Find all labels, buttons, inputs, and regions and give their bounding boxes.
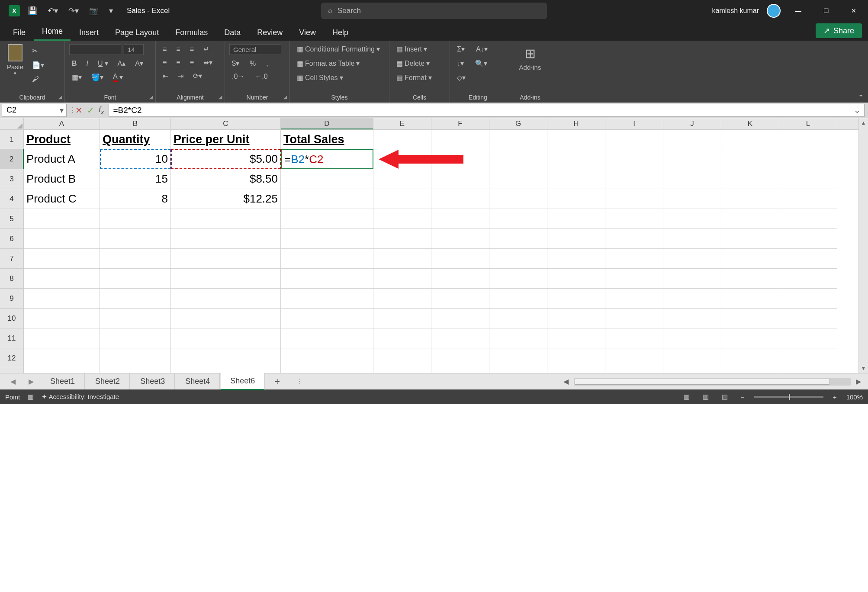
copy-button[interactable]: 📄▾ <box>29 60 47 70</box>
zoom-in-button[interactable]: + <box>829 393 840 402</box>
cell[interactable] <box>779 189 837 209</box>
zoom-slider[interactable] <box>754 396 823 398</box>
underline-button[interactable]: U▾ <box>95 58 111 68</box>
collapse-ribbon-icon[interactable]: ⌄ <box>858 90 864 98</box>
active-cell-D2[interactable]: =B2*C2 <box>281 149 373 169</box>
col-header-H[interactable]: H <box>547 118 605 129</box>
add-sheet-button[interactable]: + <box>266 376 289 387</box>
cell[interactable] <box>373 348 431 368</box>
cell[interactable] <box>24 309 100 328</box>
cell[interactable] <box>373 368 431 373</box>
tab-help[interactable]: Help <box>325 24 356 41</box>
cell[interactable] <box>281 249 373 269</box>
cell[interactable] <box>373 189 431 209</box>
cell[interactable] <box>431 368 489 373</box>
cell[interactable] <box>100 328 171 348</box>
cell[interactable] <box>605 289 663 309</box>
cell[interactable] <box>24 289 100 309</box>
align-top-button[interactable]: ≡ <box>160 44 169 54</box>
col-header-J[interactable]: J <box>663 118 721 129</box>
cell[interactable] <box>373 169 431 189</box>
comma-button[interactable]: , <box>264 58 270 68</box>
tab-review[interactable]: Review <box>249 24 290 41</box>
shrink-font-button[interactable]: A▾ <box>132 58 146 68</box>
cell[interactable] <box>489 249 547 269</box>
orientation-button[interactable]: ⟳▾ <box>190 71 205 81</box>
sheet-nav-prev-icon[interactable]: ◀ <box>4 377 22 386</box>
cell[interactable] <box>663 130 721 149</box>
sheet-tab-4[interactable]: Sheet4 <box>176 373 220 389</box>
cell[interactable] <box>431 289 489 309</box>
row-header-3[interactable]: 3 <box>0 169 24 189</box>
expand-formula-bar-icon[interactable]: ⌄ <box>854 105 861 115</box>
view-page-break-icon[interactable]: ▤ <box>718 392 731 402</box>
maximize-button[interactable]: ☐ <box>816 0 836 22</box>
cell[interactable] <box>721 130 779 149</box>
addins-icon[interactable]: ⊞ <box>511 46 550 61</box>
cell[interactable] <box>431 249 489 269</box>
cell[interactable] <box>171 309 281 328</box>
col-header-E[interactable]: E <box>373 118 431 129</box>
scroll-down-icon[interactable]: ▼ <box>859 364 868 373</box>
cell[interactable] <box>721 348 779 368</box>
avatar[interactable] <box>767 4 781 18</box>
qat-customize-icon[interactable]: ▾ <box>106 6 116 16</box>
accounting-button[interactable]: $▾ <box>229 58 242 68</box>
cell[interactable] <box>779 269 837 289</box>
cell[interactable] <box>779 229 837 249</box>
cell[interactable] <box>547 269 605 289</box>
cell[interactable] <box>779 149 837 169</box>
cell[interactable] <box>171 209 281 229</box>
cell[interactable] <box>663 328 721 348</box>
row-header-2[interactable]: 2 <box>0 149 24 169</box>
clipboard-dialog-icon[interactable]: ◢ <box>58 94 62 100</box>
cell[interactable] <box>489 289 547 309</box>
cell[interactable] <box>171 229 281 249</box>
row-header-9[interactable]: 9 <box>0 289 24 309</box>
cell[interactable] <box>24 249 100 269</box>
row-header-5[interactable]: 5 <box>0 209 24 229</box>
row-header-4[interactable]: 4 <box>0 189 24 209</box>
decrease-indent-button[interactable]: ⇤ <box>160 71 171 81</box>
cell[interactable] <box>431 169 489 189</box>
cell[interactable] <box>24 328 100 348</box>
cell[interactable] <box>431 309 489 328</box>
cell[interactable] <box>281 189 373 209</box>
italic-button[interactable]: I <box>84 58 91 68</box>
share-button[interactable]: ↗ Share <box>816 23 862 38</box>
col-header-K[interactable]: K <box>721 118 779 129</box>
cell[interactable] <box>100 249 171 269</box>
cell-C1[interactable]: Price per Unit <box>171 130 281 149</box>
cell[interactable] <box>24 229 100 249</box>
cell[interactable] <box>431 130 489 149</box>
cell[interactable] <box>721 269 779 289</box>
scroll-up-icon[interactable]: ▲ <box>859 118 868 128</box>
cut-button[interactable]: ✂ <box>29 46 47 56</box>
sheet-menu-icon[interactable]: ⋮ <box>289 377 310 386</box>
zoom-out-button[interactable]: − <box>737 393 748 402</box>
cell[interactable] <box>721 289 779 309</box>
cell[interactable] <box>24 368 100 373</box>
cell[interactable] <box>489 169 547 189</box>
align-right-button[interactable]: ≡ <box>187 58 196 68</box>
cell[interactable] <box>547 130 605 149</box>
cell-C3[interactable]: $8.50 <box>171 169 281 189</box>
cell[interactable] <box>547 229 605 249</box>
enter-formula-icon[interactable]: ✓ <box>87 105 94 116</box>
cell[interactable] <box>547 328 605 348</box>
fx-icon[interactable]: fx <box>99 105 104 116</box>
sheet-tab-1[interactable]: Sheet1 <box>41 373 85 389</box>
cell[interactable] <box>721 189 779 209</box>
wrap-text-button[interactable]: ↵ <box>201 44 212 54</box>
align-center-button[interactable]: ≡ <box>174 58 183 68</box>
find-button[interactable]: 🔍▾ <box>473 58 490 68</box>
cell[interactable] <box>171 348 281 368</box>
cell[interactable] <box>373 309 431 328</box>
grow-font-button[interactable]: A▴ <box>115 58 129 68</box>
zoom-level[interactable]: 100% <box>846 393 863 401</box>
delete-cells-button[interactable]: ▦ Delete ▾ <box>394 58 445 68</box>
cell-styles-button[interactable]: ▦ Cell Styles ▾ <box>294 73 385 83</box>
cell[interactable] <box>605 130 663 149</box>
format-painter-button[interactable]: 🖌 <box>29 74 47 84</box>
font-name-input[interactable] <box>69 44 121 55</box>
